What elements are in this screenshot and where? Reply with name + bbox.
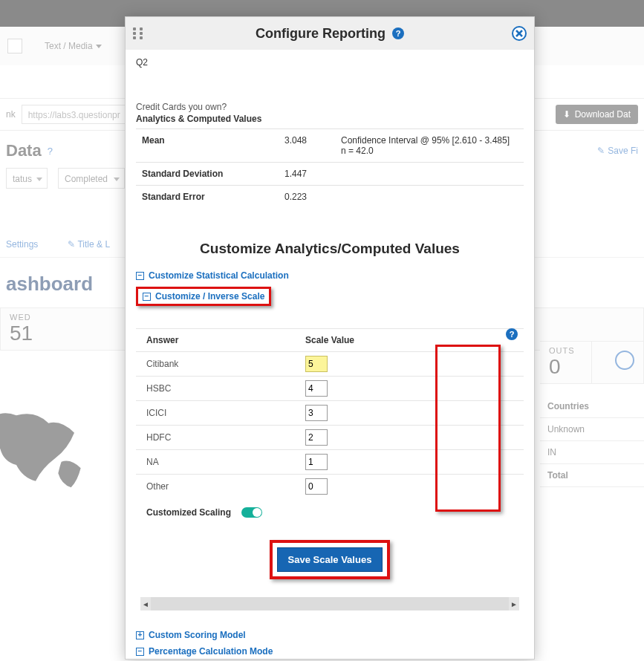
status-select[interactable]: tatus [6, 168, 48, 189]
stat-row-sd: Standard Deviation 1.447 [136, 163, 524, 186]
scale-value-header: Scale Value [305, 335, 354, 345]
custom-scoring-link[interactable]: + Custom Scoring Model [136, 630, 524, 640]
title-link[interactable]: ✎ Title & L [68, 239, 110, 250]
scale-table: Answer Scale Value CitibankHSBCICICIHDFC… [136, 328, 524, 498]
scale-row: HSBC [136, 376, 524, 400]
answer-label: NA [136, 457, 305, 467]
scroll-right-icon[interactable]: ► [509, 597, 519, 610]
scroll-left-icon[interactable]: ◄ [140, 597, 151, 610]
answer-label: Other [136, 481, 305, 492]
modal-title: Configure Reporting ? [126, 26, 534, 42]
country-row: Unknown [540, 418, 644, 441]
help-icon[interactable]: ? [392, 27, 404, 39]
countries-header: Countries [540, 395, 644, 418]
scale-row: NA [136, 449, 524, 474]
scale-value-input[interactable] [305, 478, 328, 495]
question-text: Credit Cards you own? [136, 102, 524, 112]
scale-row: Citibank [136, 351, 524, 376]
help-icon[interactable]: ? [48, 146, 53, 157]
configure-reporting-modal: Configure Reporting ? Q2 Credit Cards yo… [125, 16, 535, 660]
country-row: IN [540, 441, 644, 464]
scale-row: HDFC [136, 425, 524, 449]
settings-link[interactable]: Settings [6, 239, 38, 250]
stats-table: Mean 3.048 Confidence Interval @ 95% [2.… [136, 128, 524, 208]
stat-row-mean: Mean 3.048 Confidence Interval @ 95% [2.… [136, 129, 524, 163]
expand-icon: + [136, 631, 144, 639]
stat-row-se: Standard Error 0.223 [136, 186, 524, 208]
modal-header: Configure Reporting ? [126, 17, 534, 50]
help-icon[interactable]: ? [503, 328, 518, 341]
answer-label: HSBC [136, 383, 305, 394]
link-label: nk [6, 109, 16, 120]
edit-icon: ✎ [68, 239, 75, 250]
countries-sidebar: Countries Unknown IN Total [540, 395, 644, 487]
answer-label: Citibank [136, 359, 305, 369]
horizontal-scrollbar[interactable]: ◄ ► [140, 597, 519, 610]
completed-select[interactable]: Completed [58, 168, 125, 189]
highlight-box: Save Scale Values [270, 540, 391, 579]
customize-inverse-scale-link[interactable]: − Customize / Inverse Scale [143, 291, 264, 302]
country-total: Total [540, 464, 644, 487]
page-title: Data [6, 141, 42, 160]
scale-row: ICICI [136, 400, 524, 425]
highlight-box: − Customize / Inverse Scale [136, 287, 271, 306]
scale-value-input[interactable] [305, 380, 328, 397]
percentage-calculation-link[interactable]: − Percentage Calculation Mode [136, 646, 524, 657]
scale-value-input[interactable] [305, 429, 328, 446]
answer-label: ICICI [136, 408, 305, 418]
url-box[interactable]: https://labs3.questionpr [22, 105, 126, 124]
analytics-header: Analytics & Computed Values [136, 114, 524, 128]
customized-scaling-label: Customized Scaling [146, 507, 231, 518]
save-filter-link[interactable]: ✎ Save Fi [597, 146, 638, 156]
download-icon: ⬇ [563, 109, 570, 120]
question-number: Q2 [136, 57, 524, 68]
collapse-icon: − [143, 293, 151, 301]
collapse-icon: − [136, 272, 144, 280]
text-media-dropdown[interactable]: Text / Media [45, 41, 102, 51]
answer-label: HDFC [136, 432, 305, 443]
text-block-icon [7, 39, 22, 53]
save-scale-values-button[interactable]: Save Scale Values [277, 547, 383, 572]
scale-value-input[interactable] [305, 356, 328, 372]
customize-header: Customize Analytics/Computed Values [136, 241, 524, 257]
answer-header: Answer [136, 335, 305, 345]
scale-row: Other [136, 474, 524, 498]
collapse-icon: − [136, 648, 144, 656]
download-data-button[interactable]: ⬇ Download Dat [556, 105, 638, 124]
edit-icon: ✎ [597, 146, 605, 156]
scale-value-input[interactable] [305, 454, 328, 470]
customize-statistical-link[interactable]: − Customize Statistical Calculation [136, 270, 524, 281]
scale-value-input[interactable] [305, 405, 328, 421]
customized-scaling-toggle[interactable] [241, 507, 262, 518]
